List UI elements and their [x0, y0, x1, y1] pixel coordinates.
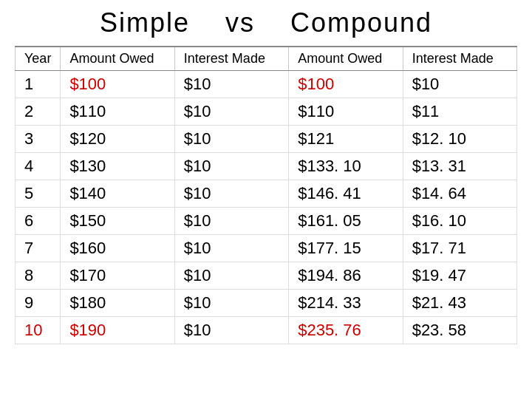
table-row: 10$190$10$235. 76$23. 58	[16, 317, 517, 344]
cell-simple-interest: $10	[174, 262, 288, 290]
header-simple-interest: Interest Made	[174, 47, 288, 71]
title-simple: Simple	[100, 7, 190, 38]
cell-year: 8	[16, 262, 61, 290]
cell-compound-interest: $12. 10	[403, 126, 516, 153]
cell-compound-interest: $11	[403, 98, 516, 126]
cell-compound-amount: $110	[289, 98, 403, 126]
cell-simple-interest: $10	[174, 98, 288, 126]
cell-year: 5	[16, 180, 61, 208]
cell-compound-amount: $235. 76	[289, 317, 403, 344]
cell-compound-amount: $100	[289, 71, 403, 98]
cell-compound-amount: $214. 33	[289, 290, 403, 317]
table-row: 3$120$10$121$12. 10	[16, 126, 517, 153]
cell-compound-interest: $10	[403, 71, 516, 98]
cell-compound-amount: $194. 86	[289, 262, 403, 290]
header-compound-amount: Amount Owed	[289, 47, 403, 71]
table-row: 9$180$10$214. 33$21. 43	[16, 290, 517, 317]
cell-compound-interest: $19. 47	[403, 262, 516, 290]
cell-simple-interest: $10	[174, 126, 288, 153]
cell-compound-interest: $14. 64	[403, 180, 516, 208]
cell-year: 10	[16, 317, 61, 344]
table-row: 1$100$10$100$10	[16, 71, 517, 98]
comparison-table: Year Amount Owed Interest Made Amount Ow…	[15, 46, 517, 344]
cell-simple-amount: $150	[61, 208, 174, 235]
table-row: 8$170$10$194. 86$19. 47	[16, 262, 517, 290]
cell-year: 9	[16, 290, 61, 317]
table-row: 5$140$10$146. 41$14. 64	[16, 180, 517, 208]
cell-compound-interest: $17. 71	[403, 235, 516, 262]
header-year: Year	[16, 47, 61, 71]
cell-compound-interest: $21. 43	[403, 290, 516, 317]
cell-simple-interest: $10	[174, 153, 288, 180]
cell-simple-amount: $130	[61, 153, 174, 180]
page-title: Simple vs Compound	[100, 7, 432, 38]
header-simple-amount: Amount Owed	[61, 47, 174, 71]
cell-simple-interest: $10	[174, 180, 288, 208]
cell-compound-interest: $16. 10	[403, 208, 516, 235]
cell-compound-amount: $133. 10	[289, 153, 403, 180]
cell-compound-amount: $146. 41	[289, 180, 403, 208]
cell-simple-amount: $180	[61, 290, 174, 317]
cell-simple-amount: $170	[61, 262, 174, 290]
cell-simple-amount: $110	[61, 98, 174, 126]
cell-simple-amount: $140	[61, 180, 174, 208]
cell-simple-interest: $10	[174, 317, 288, 344]
cell-simple-amount: $190	[61, 317, 174, 344]
cell-simple-amount: $160	[61, 235, 174, 262]
cell-year: 3	[16, 126, 61, 153]
cell-simple-amount: $100	[61, 71, 174, 98]
cell-year: 1	[16, 71, 61, 98]
cell-simple-amount: $120	[61, 126, 174, 153]
cell-compound-interest: $13. 31	[403, 153, 516, 180]
cell-simple-interest: $10	[174, 208, 288, 235]
title-compound: Compound	[290, 7, 432, 38]
table-header-row: Year Amount Owed Interest Made Amount Ow…	[16, 47, 517, 71]
table-row: 7$160$10$177. 15$17. 71	[16, 235, 517, 262]
title-vs: vs	[225, 7, 255, 38]
table-row: 2$110$10$110$11	[16, 98, 517, 126]
cell-simple-interest: $10	[174, 235, 288, 262]
cell-compound-amount: $161. 05	[289, 208, 403, 235]
header-compound-interest: Interest Made	[403, 47, 516, 71]
cell-year: 2	[16, 98, 61, 126]
cell-year: 7	[16, 235, 61, 262]
cell-compound-amount: $177. 15	[289, 235, 403, 262]
cell-simple-interest: $10	[174, 290, 288, 317]
cell-compound-amount: $121	[289, 126, 403, 153]
cell-simple-interest: $10	[174, 71, 288, 98]
cell-year: 4	[16, 153, 61, 180]
cell-compound-interest: $23. 58	[403, 317, 516, 344]
table-body: 1$100$10$100$102$110$10$110$113$120$10$1…	[16, 71, 517, 344]
cell-year: 6	[16, 208, 61, 235]
table-row: 6$150$10$161. 05$16. 10	[16, 208, 517, 235]
table-row: 4$130$10$133. 10$13. 31	[16, 153, 517, 180]
